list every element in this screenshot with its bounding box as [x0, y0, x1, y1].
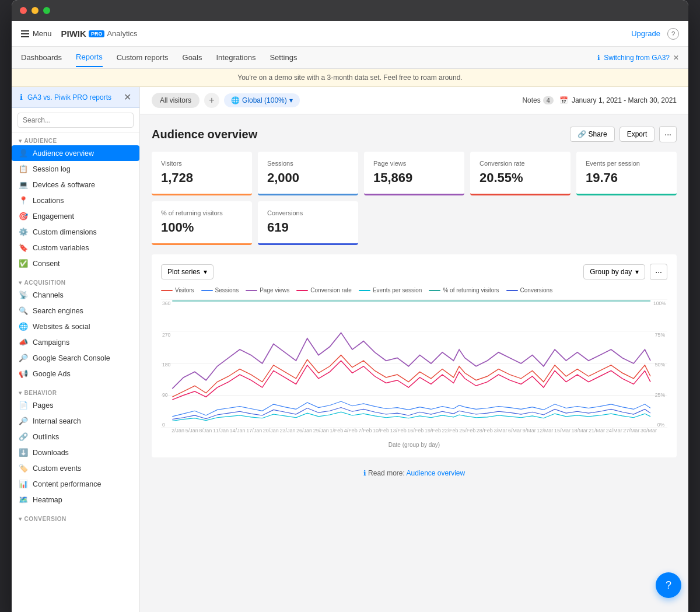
sidebar-item-label: Custom dimensions — [33, 228, 97, 236]
legend-conversion-rate: Conversion rate — [296, 287, 352, 293]
sidebar-item-audience-overview[interactable]: 👤 Audience overview — [12, 145, 139, 161]
hamburger-icon — [21, 30, 29, 37]
sidebar-item-downloads[interactable]: ⬇️ Downloads — [12, 445, 139, 460]
metrics-grid-row1: Visitors 1,728 Sessions 2,000 Page views… — [152, 152, 677, 195]
sidebar-item-campaigns[interactable]: 📣 Campaigns — [12, 334, 139, 350]
metric-conv-value: 619 — [267, 220, 349, 235]
share-icon: 🔗 — [578, 130, 586, 138]
read-more-link[interactable]: Audience overview — [406, 469, 465, 477]
sidebar-item-session-log[interactable]: 📋 Session log — [12, 161, 139, 177]
sidebar-item-custom-events[interactable]: 🏷️ Custom events — [12, 460, 139, 476]
legend-visitors-dot — [161, 290, 173, 291]
sidebar-item-content-performance[interactable]: 📊 Content performance — [12, 476, 139, 492]
websites-social-icon: 🌐 — [19, 322, 28, 331]
search-input[interactable] — [18, 113, 134, 128]
sidebar-item-label: Custom events — [33, 464, 81, 473]
notes-button[interactable]: Notes 4 — [522, 96, 553, 104]
sidebar-item-heatmap[interactable]: 🗺️ Heatmap — [12, 492, 139, 508]
sidebar-item-label: Downloads — [33, 449, 69, 457]
menu-button[interactable]: Menu — [21, 29, 52, 38]
acquisition-section-label[interactable]: ▾ ACQUISITION — [19, 279, 132, 286]
minimize-button[interactable] — [32, 7, 38, 14]
content-performance-icon: 📊 — [19, 480, 28, 488]
topbar: Menu PIWIK PRO Analytics Upgrade ? — [12, 21, 688, 47]
nav-goals[interactable]: Goals — [183, 48, 202, 67]
chart-legend: Visitors Sessions Page views Conver — [161, 287, 667, 293]
sidebar: ℹ GA3 vs. Piwik PRO reports ✕ ▾ AUDIENCE… — [12, 87, 140, 612]
group-by-button[interactable]: Group by day ▾ — [583, 264, 645, 279]
sidebar-item-label: Heatmap — [33, 496, 62, 504]
svg-text:360: 360 — [162, 300, 171, 306]
ga3-link[interactable]: GA3 vs. Piwik PRO reports — [27, 93, 111, 102]
nav-reports[interactable]: Reports — [76, 48, 103, 67]
legend-conv-dot — [506, 290, 518, 291]
upgrade-link[interactable]: Upgrade — [631, 29, 660, 38]
share-button[interactable]: 🔗 Share — [570, 127, 615, 142]
nav-dashboards[interactable]: Dashboards — [21, 48, 62, 67]
sidebar-item-websites-social[interactable]: 🌐 Websites & social — [12, 319, 139, 334]
legend-sessions-dot — [201, 290, 213, 291]
plot-series-button[interactable]: Plot series ▾ — [161, 264, 214, 279]
nav-settings[interactable]: Settings — [270, 48, 297, 67]
sidebar-item-google-search-console[interactable]: 🔎 Google Search Console — [12, 350, 139, 366]
nav-integrations[interactable]: Integrations — [216, 48, 256, 67]
sidebar-search — [12, 108, 139, 133]
line-chart: 360 270 180 90 0 100% 75% 50% 25% 0% — [161, 299, 667, 428]
sidebar-item-engagement[interactable]: 🎯 Engagement — [12, 208, 139, 224]
conversion-section-label[interactable]: ▾ CONVERSION — [19, 516, 132, 522]
nav-custom-reports[interactable]: Custom reports — [117, 48, 169, 67]
export-button[interactable]: Export — [620, 127, 655, 142]
legend-sessions: Sessions — [201, 287, 239, 293]
sidebar-item-outlinks[interactable]: 🔗 Outlinks — [12, 429, 139, 445]
legend-pageviews: Page views — [246, 287, 289, 293]
chart-x-axis-label: Date (group by day) — [161, 442, 667, 448]
channels-icon: 📡 — [19, 291, 28, 299]
sidebar-item-label: Consent — [33, 260, 60, 268]
sidebar-item-custom-variables[interactable]: 🔖 Custom variables — [12, 240, 139, 256]
sidebar-item-label: Locations — [33, 197, 64, 205]
help-icon[interactable]: ? — [667, 28, 679, 40]
switching-bar-inline: ℹ Switching from GA3? ✕ — [597, 54, 679, 62]
page-title: Audience overview — [152, 128, 257, 141]
custom-dimensions-icon: ⚙️ — [19, 228, 28, 236]
more-options-button[interactable]: ··· — [659, 126, 677, 142]
devices-icon: 💻 — [19, 180, 28, 189]
help-fab-button[interactable]: ? — [656, 572, 681, 598]
metric-rv-value: 100% — [161, 220, 243, 235]
tab-all-visitors[interactable]: All visitors — [152, 93, 200, 108]
sidebar-item-label: Session log — [33, 165, 71, 173]
sidebar-section-acquisition: ▾ ACQUISITION — [12, 275, 139, 287]
add-tab-button[interactable]: + — [204, 93, 219, 108]
audience-section-label[interactable]: ▾ AUDIENCE — [19, 138, 132, 144]
read-more-text: Read more: — [368, 469, 405, 477]
switching-close[interactable]: ✕ — [673, 54, 679, 62]
svg-text:0%: 0% — [657, 422, 665, 428]
segment-global-button[interactable]: 🌐 Global (100%) ▾ — [224, 93, 300, 107]
close-button[interactable] — [20, 7, 27, 14]
sidebar-item-devices-software[interactable]: 💻 Devices & software — [12, 177, 139, 193]
sidebar-item-internal-search[interactable]: 🔎 Internal search — [12, 413, 139, 429]
date-range-picker[interactable]: 📅 January 1, 2021 - March 30, 2021 — [559, 96, 677, 104]
sidebar-item-search-engines[interactable]: 🔍 Search engines — [12, 303, 139, 319]
ga3-info-icon: ℹ — [20, 93, 23, 102]
chart-more-button[interactable]: ··· — [650, 264, 667, 280]
banner-text: You're on a demo site with a 3-month dat… — [237, 74, 462, 82]
sidebar-item-pages[interactable]: 📄 Pages — [12, 397, 139, 413]
legend-conv-label: Conversions — [520, 287, 553, 293]
sidebar-item-locations[interactable]: 📍 Locations — [12, 193, 139, 208]
behavior-section-label[interactable]: ▾ BEHAVIOR — [19, 390, 132, 396]
logo: PIWIK PRO Analytics — [61, 29, 138, 39]
sidebar-item-channels[interactable]: 📡 Channels — [12, 287, 139, 303]
svg-text:0: 0 — [162, 422, 165, 428]
metric-returning-visitors: % of returning visitors 100% — [152, 201, 252, 245]
maximize-button[interactable] — [43, 7, 50, 14]
sidebar-item-consent[interactable]: ✅ Consent — [12, 256, 139, 271]
metric-visitors-value: 1,728 — [161, 170, 243, 186]
ga3-close-icon[interactable]: ✕ — [124, 92, 131, 103]
sidebar-item-google-ads[interactable]: 📢 Google Ads — [12, 366, 139, 382]
legend-rv-dot — [429, 290, 440, 291]
sidebar-item-custom-dimensions[interactable]: ⚙️ Custom dimensions — [12, 224, 139, 240]
chevron-down-icon: ▾ — [19, 516, 22, 522]
metric-sessions-value: 2,000 — [267, 170, 349, 186]
sidebar-item-label: Google Search Console — [33, 354, 110, 362]
